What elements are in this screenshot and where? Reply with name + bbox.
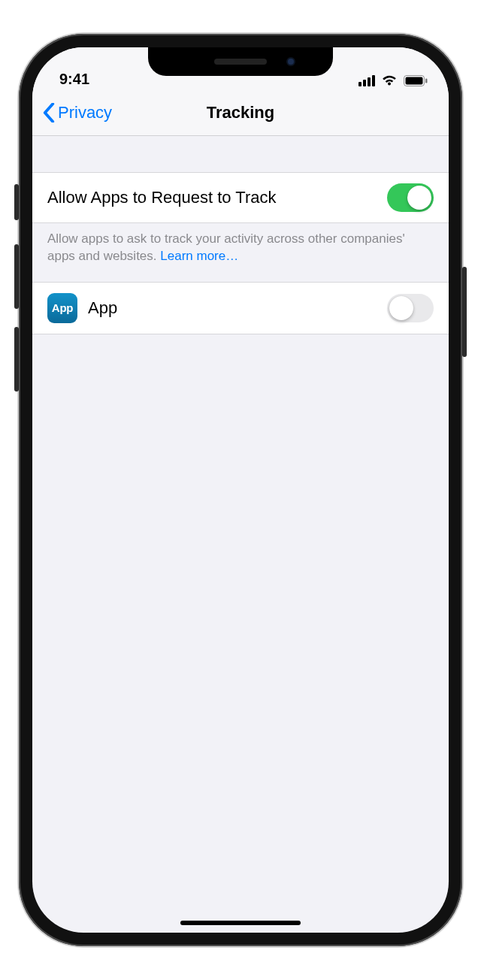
- device-frame: 9:41 Privacy Tracking: [19, 34, 462, 946]
- row-label: Allow Apps to Request to Track: [47, 188, 377, 207]
- status-time: 9:41: [59, 71, 89, 88]
- chevron-left-icon: [43, 103, 55, 122]
- screen: 9:41 Privacy Tracking: [32, 47, 449, 933]
- home-indicator[interactable]: [180, 921, 301, 925]
- learn-more-link[interactable]: Learn more…: [160, 249, 238, 263]
- volume-down-button: [14, 327, 19, 392]
- svg-rect-2: [425, 78, 428, 83]
- row-app-tracking: App App: [32, 282, 449, 334]
- back-label: Privacy: [58, 103, 112, 122]
- row-allow-apps-to-request: Allow Apps to Request to Track: [32, 172, 449, 223]
- settings-list[interactable]: Allow Apps to Request to Track Allow app…: [32, 136, 449, 933]
- volume-up-button: [14, 244, 19, 309]
- side-button: [462, 267, 467, 357]
- page-title: Tracking: [207, 103, 274, 122]
- battery-icon: [404, 75, 428, 86]
- back-button[interactable]: Privacy: [43, 89, 112, 135]
- nav-bar: Privacy Tracking: [32, 89, 449, 136]
- app-name: App: [88, 298, 377, 318]
- svg-rect-1: [406, 77, 423, 84]
- cellular-icon: [358, 75, 375, 86]
- app-icon: App: [47, 293, 77, 323]
- notch: [148, 47, 333, 76]
- front-camera: [286, 57, 295, 66]
- mute-switch: [14, 184, 19, 220]
- speaker-grill: [214, 59, 267, 65]
- wifi-icon: [381, 74, 398, 86]
- section-footer: Allow apps to ask to track your activity…: [32, 223, 449, 282]
- toggle-app-tracking[interactable]: [387, 294, 434, 322]
- toggle-allow-apps-to-request[interactable]: [387, 183, 434, 212]
- status-indicators: [358, 74, 428, 88]
